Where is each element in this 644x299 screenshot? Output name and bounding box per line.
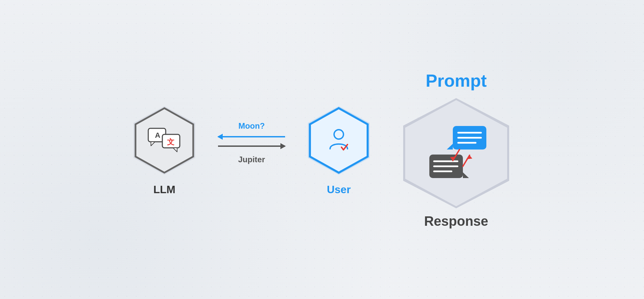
jupiter-label: Jupiter: [238, 155, 265, 164]
user-hexagon: [302, 103, 376, 177]
user-label: User: [327, 183, 351, 196]
llm-hexagon: A 文: [127, 103, 201, 177]
arrow-section: Moon? Jupiter: [218, 121, 285, 164]
user-section: User: [302, 103, 376, 196]
prompt-title: Prompt: [426, 71, 487, 91]
svg-text:A: A: [155, 131, 160, 139]
svg-marker-6: [173, 148, 177, 152]
chat-bubbles-icon: [426, 124, 486, 178]
svg-text:文: 文: [167, 138, 174, 146]
main-container: A 文 LLM Moon? J: [0, 0, 644, 299]
svg-marker-22: [463, 172, 469, 178]
prompt-section: Prompt: [396, 71, 517, 229]
right-arrow: [218, 145, 285, 147]
svg-marker-3: [151, 142, 155, 146]
user-icon: [325, 127, 352, 154]
svg-marker-17: [447, 144, 453, 150]
response-label: Response: [424, 214, 488, 229]
prompt-hexagon: [396, 94, 517, 208]
llm-icon: A 文: [148, 127, 181, 154]
llm-label: LLM: [153, 183, 175, 196]
svg-marker-26: [466, 155, 472, 159]
svg-point-10: [334, 130, 343, 139]
llm-section: A 文 LLM: [127, 103, 201, 196]
moon-label: Moon?: [238, 121, 265, 131]
left-arrow: [218, 136, 285, 137]
